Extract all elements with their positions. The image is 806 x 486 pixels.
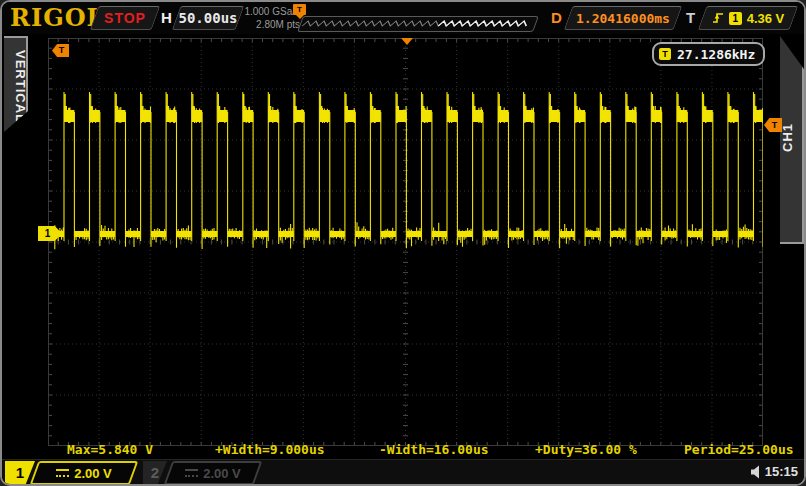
- acquisition-info: 1.000 GSa/s 2.80M pts: [240, 5, 300, 31]
- measurement-pos-duty: +Duty=36.00 %: [535, 442, 637, 457]
- channel-status-bar: 1 2.00 V 2 2.00 V 15:15: [2, 459, 804, 485]
- menu-tab-ch1[interactable]: CH1: [780, 36, 804, 244]
- waveform-display: [48, 38, 763, 446]
- channel2-scale-button[interactable]: 2.00 V: [164, 461, 263, 485]
- delay-label: D: [551, 9, 562, 26]
- delay-button[interactable]: 1.20416000ms: [564, 6, 683, 30]
- run-state-button[interactable]: STOP: [90, 6, 161, 30]
- horizontal-label: H: [161, 9, 172, 26]
- rising-edge-icon: [712, 11, 724, 25]
- measurement-readouts: Max=5.840 V +Width=9.000us -Width=16.00u…: [48, 442, 763, 457]
- measurement-pos-width: +Width=9.000us: [215, 442, 325, 457]
- clock: 15:15: [750, 464, 798, 479]
- menu-tab-vertical[interactable]: VERTICAL: [4, 36, 28, 132]
- trigger-level-value: 4.36 V: [747, 11, 785, 26]
- counter-value: 27.1286kHz: [677, 47, 755, 62]
- trigger-level-marker[interactable]: T: [764, 118, 782, 132]
- sample-rate: 1.000 GSa/s: [240, 5, 300, 18]
- trigger-position-marker[interactable]: [401, 38, 413, 45]
- graticule: [48, 38, 763, 446]
- run-state-label: STOP: [104, 10, 146, 26]
- time-value: 15:15: [765, 464, 798, 479]
- channel1-scale-value: 2.00 V: [74, 466, 112, 481]
- memory-waveform-preview: [298, 17, 535, 31]
- channel2-scale-value: 2.00 V: [203, 466, 241, 481]
- channel1-scale-button[interactable]: 2.00 V: [30, 461, 139, 485]
- delay-value: 1.20416000ms: [576, 11, 670, 26]
- timebase-value: 50.00us: [178, 10, 237, 26]
- trigger-label: T: [686, 9, 695, 26]
- measurement-max: Max=5.840 V: [67, 442, 153, 457]
- dc-coupling-icon: [56, 469, 69, 477]
- timebase-button[interactable]: 50.00us: [172, 6, 245, 30]
- memory-trigger-marker: T: [293, 4, 306, 15]
- frequency-counter: T 27.1286kHz: [652, 42, 765, 66]
- oscilloscope-screen: RIGOL STOP H 50.00us 1.000 GSa/s 2.80M p…: [0, 0, 806, 486]
- trigger-settings-button[interactable]: 1 4.36 V: [698, 6, 799, 30]
- counter-trigger-badge: T: [659, 48, 671, 60]
- speaker-icon: [750, 465, 762, 479]
- dc-coupling-icon: [185, 469, 198, 477]
- measurement-period: Period=25.00us: [684, 442, 794, 457]
- top-status-bar: RIGOL STOP H 50.00us 1.000 GSa/s 2.80M p…: [2, 2, 804, 34]
- trigger-source-badge: 1: [729, 12, 742, 25]
- memory-waveform-strip[interactable]: [297, 16, 539, 32]
- channel2-badge[interactable]: 2: [143, 461, 167, 485]
- memory-depth: 2.80M pts: [240, 18, 300, 31]
- measurement-neg-width: -Width=16.00us: [379, 442, 489, 457]
